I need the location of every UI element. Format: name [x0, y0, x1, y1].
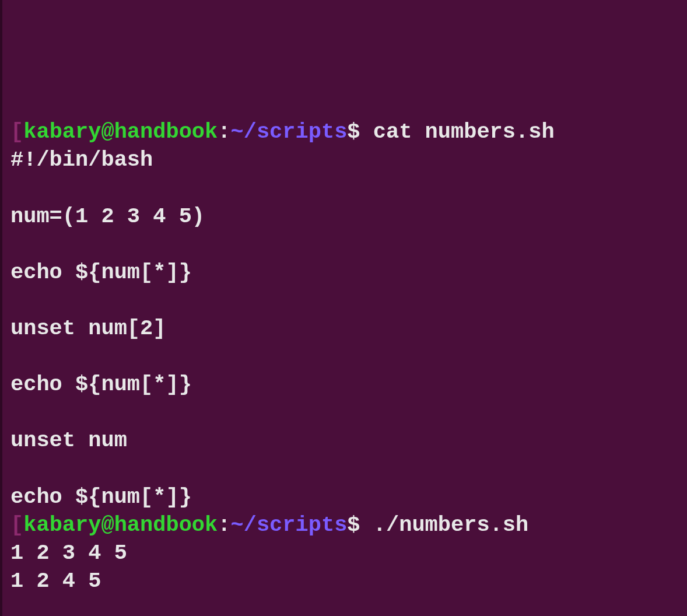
file-line-echo: echo ${num[*]} [10, 260, 192, 285]
prompt-colon: : [218, 513, 230, 537]
command-cat: cat numbers.sh [373, 120, 555, 144]
prompt-dollar: $ [347, 120, 373, 144]
terminal-area[interactable]: [kabary@handbook:~/scripts$ cat numbers.… [10, 118, 679, 616]
output-line-2: 1 2 4 5 [10, 569, 101, 593]
prompt-user: kabary@handbook [23, 513, 218, 537]
prompt-user: kabary@handbook [23, 120, 218, 144]
prompt-colon: : [218, 120, 230, 144]
file-line-echo: echo ${num[*]} [10, 372, 192, 397]
prompt-path: ~/scripts [231, 120, 348, 144]
output-line-1: 1 2 3 4 5 [10, 541, 127, 565]
file-line-unset-index: unset num[2] [10, 316, 166, 341]
prompt-dollar: $ [347, 513, 373, 537]
prompt-path: ~/scripts [231, 513, 348, 537]
file-line-unset: unset num [10, 428, 127, 453]
command-run: ./numbers.sh [373, 513, 528, 537]
prompt-bracket: [ [10, 120, 23, 144]
prompt-bracket: [ [10, 513, 23, 537]
file-line-assign: num=(1 2 3 4 5) [10, 204, 205, 229]
file-line-shebang: #!/bin/bash [10, 148, 153, 172]
file-line-echo: echo ${num[*]} [10, 485, 192, 509]
